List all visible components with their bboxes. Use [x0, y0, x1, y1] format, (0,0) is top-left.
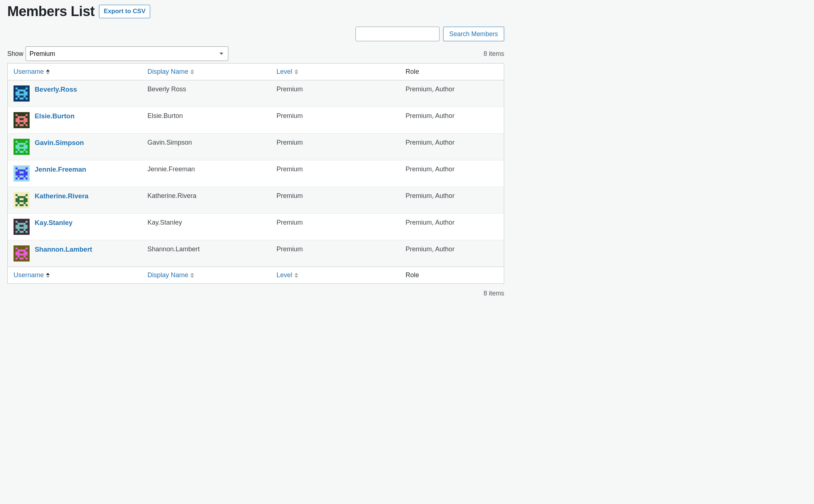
- display-name-cell: Beverly Ross: [141, 80, 270, 107]
- search-input[interactable]: [355, 27, 440, 41]
- col-header-role: Role: [400, 64, 504, 80]
- level-cell: Premium: [271, 240, 400, 267]
- table-row: Kay.StanleyKay.StanleyPremiumPremium, Au…: [8, 214, 504, 240]
- sort-level[interactable]: Level: [277, 68, 298, 76]
- svg-rect-33: [26, 118, 28, 121]
- svg-rect-37: [22, 120, 24, 122]
- svg-rect-82: [20, 173, 22, 176]
- sort-icon: [294, 273, 298, 278]
- svg-rect-87: [24, 176, 26, 178]
- svg-rect-99: [16, 198, 18, 201]
- username-link[interactable]: Katherine.Rivera: [35, 192, 88, 200]
- svg-rect-30: [16, 118, 18, 121]
- role-cell: Premium, Author: [400, 107, 504, 134]
- svg-rect-7: [16, 92, 18, 94]
- avatar: [14, 112, 30, 128]
- svg-rect-100: [18, 198, 20, 201]
- svg-rect-2: [26, 88, 28, 90]
- svg-rect-13: [20, 93, 22, 96]
- table-row: Jennie.FreemanJennie.FreemanPremiumPremi…: [8, 160, 504, 187]
- svg-rect-145: [16, 252, 18, 254]
- svg-rect-11: [16, 93, 18, 96]
- role-cell: Premium, Author: [400, 80, 504, 107]
- svg-rect-66: [20, 151, 22, 153]
- export-csv-button[interactable]: Export to CSV: [99, 5, 150, 18]
- svg-rect-57: [16, 147, 18, 149]
- svg-rect-43: [20, 124, 22, 126]
- col-footer-role: Role: [400, 267, 504, 284]
- svg-rect-142: [20, 249, 22, 252]
- svg-rect-31: [18, 118, 20, 121]
- svg-rect-64: [24, 149, 26, 151]
- svg-rect-68: [26, 151, 28, 153]
- avatar: [14, 219, 30, 235]
- svg-rect-147: [24, 252, 26, 254]
- role-cell: Premium, Author: [400, 160, 504, 187]
- search-members-button[interactable]: Search Members: [443, 27, 504, 41]
- items-count-bottom: 8 items: [7, 284, 504, 297]
- svg-rect-103: [16, 200, 18, 202]
- svg-rect-122: [16, 225, 18, 227]
- svg-rect-38: [24, 120, 26, 122]
- svg-rect-75: [24, 169, 26, 172]
- svg-rect-131: [26, 227, 28, 229]
- svg-rect-78: [24, 172, 26, 174]
- username-link[interactable]: Shannon.Lambert: [35, 245, 92, 253]
- svg-rect-4: [20, 89, 22, 92]
- svg-rect-15: [24, 93, 26, 96]
- svg-rect-26: [18, 116, 20, 118]
- svg-rect-102: [26, 198, 28, 201]
- svg-rect-70: [16, 168, 18, 170]
- svg-rect-73: [20, 169, 22, 172]
- col-header-level: Level: [271, 64, 400, 80]
- username-link[interactable]: Jennie.Freeman: [35, 165, 86, 173]
- svg-rect-9: [24, 92, 26, 94]
- svg-rect-56: [26, 145, 28, 147]
- svg-rect-88: [16, 177, 18, 180]
- svg-rect-32: [24, 118, 26, 121]
- display-name-cell: Elsie.Burton: [141, 107, 270, 134]
- col-footer-level: Level: [271, 267, 400, 284]
- page-title: Members List: [7, 4, 95, 19]
- svg-rect-65: [16, 151, 18, 153]
- col-footer-username: Username: [8, 267, 142, 284]
- svg-rect-149: [16, 253, 18, 256]
- sort-displayname[interactable]: Display Name: [147, 68, 194, 76]
- svg-rect-40: [18, 122, 20, 125]
- svg-rect-51: [22, 143, 24, 145]
- svg-rect-108: [26, 200, 28, 202]
- svg-rect-124: [24, 225, 26, 227]
- svg-rect-101: [24, 198, 26, 201]
- sort-displayname-footer[interactable]: Display Name: [147, 271, 194, 279]
- svg-rect-125: [26, 225, 28, 227]
- username-link[interactable]: Beverly.Ross: [35, 85, 77, 93]
- svg-rect-19: [16, 98, 18, 100]
- svg-rect-80: [16, 173, 18, 176]
- svg-rect-128: [20, 227, 22, 229]
- svg-rect-151: [20, 253, 22, 256]
- sort-icon: [46, 273, 50, 278]
- display-name-cell: Katherine.Rivera: [141, 187, 270, 214]
- level-cell: Premium: [271, 80, 400, 107]
- svg-rect-157: [16, 257, 18, 260]
- svg-rect-59: [20, 147, 22, 149]
- username-link[interactable]: Kay.Stanley: [35, 219, 73, 227]
- show-filter-select[interactable]: Premium: [26, 46, 228, 61]
- svg-rect-156: [24, 256, 26, 258]
- sort-username[interactable]: Username: [14, 68, 50, 76]
- svg-rect-58: [18, 147, 20, 149]
- role-cell: Premium, Author: [400, 240, 504, 267]
- svg-rect-134: [16, 231, 18, 233]
- svg-rect-53: [16, 145, 18, 147]
- svg-rect-16: [26, 93, 28, 96]
- svg-rect-28: [22, 116, 24, 118]
- display-name-cell: Gavin.Simpson: [141, 134, 270, 160]
- svg-rect-48: [26, 141, 28, 143]
- username-link[interactable]: Elsie.Burton: [35, 112, 75, 120]
- username-link[interactable]: Gavin.Simpson: [35, 139, 84, 147]
- avatar: [14, 165, 30, 182]
- svg-rect-62: [26, 147, 28, 149]
- sort-level-footer[interactable]: Level: [277, 271, 298, 279]
- sort-username-footer[interactable]: Username: [14, 271, 50, 279]
- items-count-top: 8 items: [484, 50, 504, 58]
